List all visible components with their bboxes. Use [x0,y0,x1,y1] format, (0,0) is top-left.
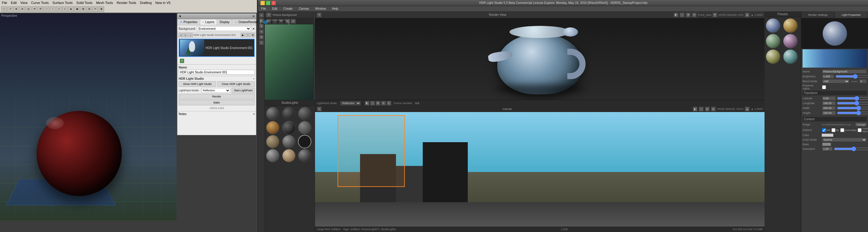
canvas-btn-3[interactable]: ⊕ [705,107,710,111]
rv-btn-6[interactable]: ▲ [745,12,750,17]
tab-render-settings[interactable]: Render Settings [801,11,835,18]
toolbar-btn-6[interactable]: ⟲ [32,6,37,12]
studio-light-12[interactable] [298,149,311,162]
preset-4[interactable] [783,34,798,49]
rv-btn-2[interactable]: ⬚ [680,12,684,17]
menu-surface-tools[interactable]: Surface Tools [52,1,72,5]
transform-section-title[interactable]: Transform [803,91,867,95]
window-close-btn[interactable]: ✕ [272,1,276,5]
prop-preserve-checkbox[interactable] [822,85,826,89]
menu-new-v5[interactable]: New in V5 [155,1,170,5]
menu-render-tools[interactable]: Render Tools [117,1,136,5]
nav-back-btn[interactable]: ◁ [179,33,183,37]
toolbar-btn-3[interactable]: ⊕ [13,6,19,12]
canvas-btn-4[interactable]: ⊘ [711,107,716,111]
prop-blend-select[interactable]: Add [822,79,849,83]
notes-add-btn[interactable]: + [253,112,255,116]
prop-longitude-input[interactable] [822,101,836,105]
show-hdr-btn[interactable]: Show HDR Light Studio [179,81,216,87]
studio-light-10[interactable] [266,149,279,162]
preset-6[interactable] [783,49,798,64]
lp-mode-select[interactable]: Reflection [201,88,230,93]
preset-3[interactable] [766,34,780,49]
prop-insert-input[interactable] [859,79,867,83]
toolbar-btn-14[interactable]: ⊞ [80,6,86,12]
rv-btn-3[interactable]: ⊕ [686,12,690,17]
hdr-menu-canvas[interactable]: Canvas [297,7,310,10]
pb-menu-btn[interactable]: ≡ [266,12,272,17]
bake-btn[interactable]: Bake [179,100,255,105]
menu-mesh-tools[interactable]: Mesh Tools [96,1,113,5]
studio-light-8[interactable] [282,135,296,148]
toolbar-btn-8[interactable]: ↔ [44,6,49,12]
window-maximize-btn[interactable]: □ [266,1,270,5]
prop-latitude-input[interactable] [822,96,836,100]
menu-edit[interactable]: Edit [11,1,17,5]
toolbar-btn-7[interactable]: ⟳ [38,6,43,12]
nav-options-btn[interactable]: ▶ [241,33,245,37]
nav-help-btn[interactable]: ? [246,33,250,37]
render-btn[interactable]: Render [179,94,255,99]
hdr-collapse-btn[interactable]: − [253,77,255,80]
start-lightpaint-btn[interactable]: Start LightPaint [231,88,255,93]
tab-layers[interactable]: ≡ Layers [200,19,217,25]
toolbar-btn-2[interactable]: ↗ [7,6,13,12]
toolbar-btn-11[interactable]: ⤡ [62,6,68,12]
prop-insertalpha-check[interactable] [858,128,862,132]
menu-drafting[interactable]: Drafting [140,1,152,5]
side-btn-6[interactable]: ? [259,40,264,45]
lp-bar-select[interactable]: Reflection [340,101,361,106]
nav-settings-btn[interactable]: ⚙ [250,33,255,37]
prop-width-slider[interactable] [837,106,868,110]
preset-5[interactable] [766,49,780,64]
studio-light-7[interactable] [266,135,279,148]
side-btn-1[interactable]: ≡ [259,13,264,18]
hdr-env-item[interactable]: HDR Light Studio Environment 001 [179,39,255,57]
toolbar-btn-13[interactable]: ◉ [74,6,80,12]
menu-solid-tools[interactable]: Solid Tools [76,1,93,5]
prop-colormode-select[interactable]: Source [822,138,867,142]
nav-forward-btn[interactable]: ▷ [184,33,188,37]
studio-light-2[interactable] [282,107,296,120]
side-btn-5[interactable]: ⊞ [259,35,264,39]
prop-width-input[interactable] [822,106,836,110]
menu-view[interactable]: View [21,1,28,5]
prop-saturation-slider[interactable] [834,147,868,151]
tab-octane[interactable]: ⬡ OctaneRender [232,19,261,25]
prop-brightness-input[interactable] [822,74,834,79]
tab-light-properties[interactable]: Light Properties [835,11,868,18]
canvas-panorama[interactable]: Large Rect SoftBox - Tags: SoftBox, Pict… [315,112,765,232]
hdr-menu-window[interactable]: Window [314,7,327,10]
studio-light-6[interactable] [298,121,311,134]
toolbar-btn-15[interactable]: ⊟ [87,6,92,12]
hdr-menu-help[interactable]: Help [331,7,340,10]
hdr-menu-create[interactable]: Create [282,7,294,10]
menu-file[interactable]: File [2,1,7,5]
canvas-tool-2[interactable]: ⬚ [370,101,375,106]
color-swatch[interactable] [822,133,834,137]
toolbar-btn-17[interactable]: ⊠ [99,6,104,12]
background-select[interactable]: Environment [197,26,251,31]
canvas-tool-4[interactable]: ⊘ [381,101,386,106]
hdr-panel-close[interactable]: ✕ [252,14,255,18]
viewport-canvas[interactable] [0,13,177,221]
studio-light-9[interactable] [298,135,311,148]
prop-longitude-slider[interactable] [837,102,868,105]
canvas-tool-1[interactable]: ◧ [365,101,370,106]
close-hdr-btn[interactable]: Close HDR Light Studio [217,81,255,87]
studio-light-4[interactable] [266,121,279,134]
prop-name-input[interactable] [822,69,867,74]
hdr-menu-file[interactable]: File [260,7,267,10]
bg-close-icon[interactable]: ✕ [252,27,255,30]
hdr-menu-edit[interactable]: Edit [271,7,278,10]
prop-hdr-check[interactable] [822,128,826,132]
canvas-btn-2[interactable]: ⬚ [699,107,704,111]
name-input[interactable] [179,70,255,75]
toolbar-btn-12[interactable]: ◈ [68,6,74,12]
prop-change-btn[interactable]: Change [855,122,867,127]
rv-btn-1[interactable]: ◧ [674,12,678,17]
studio-light-3[interactable] [298,107,311,120]
prop-saturation-input[interactable] [822,147,833,151]
studio-light-11[interactable] [282,149,296,162]
toolbar-btn-10[interactable]: ⤢ [56,6,61,12]
